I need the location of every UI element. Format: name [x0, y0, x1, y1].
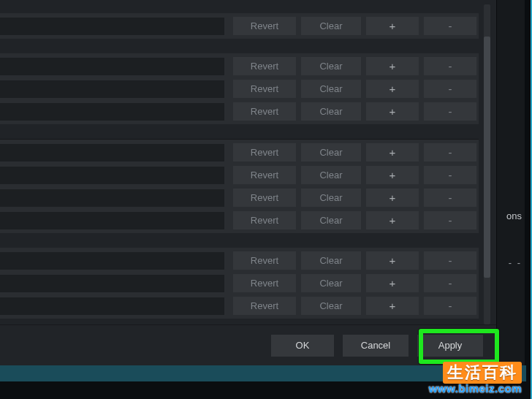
row-input-area[interactable]: [0, 144, 224, 162]
row-input-area[interactable]: [0, 252, 224, 270]
row-input-area[interactable]: [0, 80, 224, 98]
partial-label-ons: ons: [506, 210, 522, 221]
hotkey-group: RevertClear+-RevertClear+-RevertClear+-: [0, 53, 479, 124]
revert-button[interactable]: Revert: [233, 80, 296, 98]
settings-dialog: RevertClear+-RevertClear+-RevertClear+-R…: [0, 0, 497, 365]
revert-button[interactable]: Revert: [233, 166, 296, 184]
remove-button[interactable]: -: [424, 102, 476, 121]
row-input-area[interactable]: [0, 297, 224, 315]
remove-button[interactable]: -: [424, 143, 476, 162]
cancel-button[interactable]: Cancel: [343, 335, 408, 357]
clear-button[interactable]: Clear: [301, 80, 361, 98]
hotkey-group: RevertClear+-RevertClear+-RevertClear+-R…: [0, 140, 479, 233]
row-input-area[interactable]: [0, 103, 224, 121]
remove-button[interactable]: -: [424, 80, 476, 98]
scrollbar-thumb[interactable]: [484, 37, 490, 278]
revert-button[interactable]: Revert: [233, 17, 296, 35]
add-button[interactable]: +: [366, 211, 419, 229]
ok-button[interactable]: OK: [271, 335, 334, 357]
hotkey-row: RevertClear+-: [0, 164, 479, 186]
clear-button[interactable]: Clear: [301, 17, 361, 35]
add-button[interactable]: +: [366, 297, 419, 315]
revert-button[interactable]: Revert: [233, 189, 296, 207]
add-button[interactable]: +: [366, 57, 419, 75]
hotkey-row: RevertClear+-: [0, 209, 479, 232]
add-button[interactable]: +: [366, 189, 419, 207]
status-strip: [0, 365, 526, 381]
revert-button[interactable]: Revert: [233, 297, 296, 315]
clear-button[interactable]: Clear: [301, 274, 361, 292]
hotkey-row: RevertClear+-: [0, 186, 479, 209]
clear-button[interactable]: Clear: [301, 143, 361, 162]
revert-button[interactable]: Revert: [233, 143, 296, 162]
hotkey-row: RevertClear+-: [0, 77, 479, 100]
dash-segment: - -: [509, 257, 522, 268]
add-button[interactable]: +: [366, 274, 419, 292]
hotkey-row: RevertClear+-: [0, 294, 479, 317]
remove-button[interactable]: -: [424, 17, 476, 35]
hotkey-row: RevertClear+-: [0, 15, 479, 37]
add-button[interactable]: +: [366, 102, 419, 121]
watermark-line2: www.bimeiz.com: [429, 382, 522, 395]
revert-button[interactable]: Revert: [233, 211, 296, 229]
dialog-content: RevertClear+-RevertClear+-RevertClear+-R…: [0, 0, 479, 324]
row-input-area[interactable]: [0, 189, 224, 207]
add-button[interactable]: +: [366, 251, 419, 270]
remove-button[interactable]: -: [424, 274, 476, 292]
hotkey-row: RevertClear+-: [0, 272, 479, 294]
remove-button[interactable]: -: [424, 297, 476, 315]
revert-button[interactable]: Revert: [233, 274, 296, 292]
revert-button[interactable]: Revert: [233, 251, 296, 270]
right-side-panel: ons - -: [494, 0, 525, 365]
hotkey-row: RevertClear+-: [0, 141, 479, 164]
clear-button[interactable]: Clear: [301, 189, 361, 207]
hotkey-row: RevertClear+-: [0, 249, 479, 272]
hotkey-group: RevertClear+-RevertClear+-RevertClear+-: [0, 248, 479, 319]
clear-button[interactable]: Clear: [301, 211, 361, 229]
row-input-area[interactable]: [0, 18, 224, 35]
clear-button[interactable]: Clear: [301, 166, 361, 184]
apply-button[interactable]: Apply: [417, 335, 483, 357]
clear-button[interactable]: Clear: [301, 102, 361, 121]
scrollbar-track[interactable]: [484, 4, 490, 324]
hotkey-group: RevertClear+-: [0, 13, 479, 39]
row-input-area[interactable]: [0, 167, 224, 184]
row-input-area[interactable]: [0, 212, 224, 229]
remove-button[interactable]: -: [424, 57, 476, 75]
add-button[interactable]: +: [366, 80, 419, 98]
revert-button[interactable]: Revert: [233, 102, 296, 121]
add-button[interactable]: +: [366, 166, 419, 184]
add-button[interactable]: +: [366, 17, 419, 35]
hotkey-row: RevertClear+-: [0, 100, 479, 123]
row-input-area[interactable]: [0, 275, 224, 292]
remove-button[interactable]: -: [424, 166, 476, 184]
remove-button[interactable]: -: [424, 211, 476, 229]
clear-button[interactable]: Clear: [301, 297, 361, 315]
revert-button[interactable]: Revert: [233, 57, 296, 75]
remove-button[interactable]: -: [424, 189, 476, 207]
clear-button[interactable]: Clear: [301, 251, 361, 270]
row-input-area[interactable]: [0, 58, 224, 75]
hotkey-row: RevertClear+-: [0, 55, 479, 77]
dialog-button-bar: OK Cancel Apply: [0, 324, 496, 365]
add-button[interactable]: +: [366, 143, 419, 162]
remove-button[interactable]: -: [424, 251, 476, 270]
clear-button[interactable]: Clear: [301, 57, 361, 75]
